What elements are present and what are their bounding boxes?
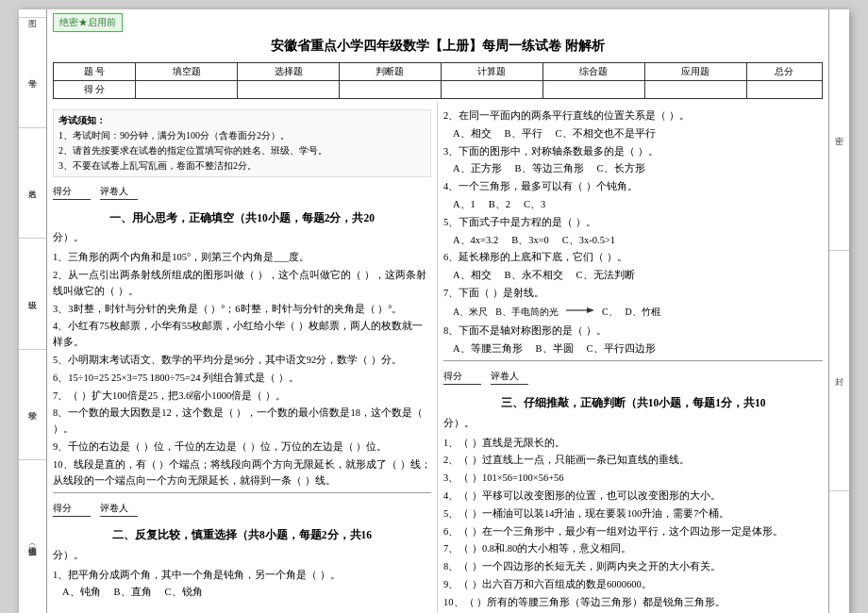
rq-3: 3、下面的图形中，对称轴条数最多的是（ ）。 — [443, 144, 823, 160]
section1-title-text: 一、用心思考，正确填空（共10小题，每题2分，共20 — [109, 212, 375, 224]
r-sidebar-feng: 封 — [829, 251, 849, 492]
section2-scorer: 得分 评卷人 — [53, 501, 138, 517]
right-column: 2、在同一平面内的两条平行直线的位置关系是（ ）。 A、相交 B、平行 C、不相… — [438, 103, 828, 613]
rq8-options: A、等腰三角形 B、半圆 C、平行四边形 — [453, 341, 823, 357]
score-row-7 — [746, 81, 822, 99]
divider-right-1 — [443, 360, 823, 361]
score-header-3: 判断题 — [340, 63, 442, 81]
section2-title: 二、反复比较，慎重选择（共8小题，每题2分，共16 — [53, 526, 431, 543]
left-sidebar: 图 学号 姓名 班级 学校 街道（乡镇） 县（市、区） — [19, 9, 47, 613]
note-2: 2、请首先按要求在试卷的指定位置填写你的姓名、班级、学号。 — [58, 143, 426, 158]
q1-10: 10、线段是直的，有（ ）个端点；将线段向两个方向无限延长，就形成了（ ）线；从… — [53, 457, 431, 489]
rq5-opt-c: C、3x-0.5>1 — [562, 233, 615, 249]
q1-8: 8、一个数的最大因数是12，这个数是（ ），一个数的最小倍数是18，这个数是（ … — [53, 406, 431, 438]
section1-reviewer-label: 评卷人 — [100, 184, 138, 200]
divider-1 — [53, 492, 431, 493]
r-sidebar-xian: 线 — [829, 491, 849, 613]
rq3-text: 3、下面的图形中，对称轴条数最多的是（ ）。 — [443, 146, 659, 157]
rq4-opt-b: B、2 — [489, 197, 510, 213]
rq4-text: 4、一个三角形，最多可以有（ ）个钝角。 — [443, 181, 638, 191]
rq4-opt-c: C、3 — [524, 197, 545, 213]
rq5-options: A、4x=3.2 B、3x=0 C、3x-0.5>1 — [453, 233, 823, 249]
rq3-10: 10、（ ）所有的等腰三角形（等边三角形）都是锐角三角形。 — [443, 595, 823, 611]
score-row-5 — [542, 81, 644, 99]
left-column: 考试须知： 1、考试时间：90分钟，满分为100分（含卷面分2分）。 2、请首先… — [47, 103, 438, 613]
rq8-opt-b: B、半圆 — [536, 341, 574, 357]
section2-score-label: 得分 — [53, 501, 91, 517]
rq3-5: 5、（ ）一桶油可以装14升油，现在要装100升油，需要7个桶。 — [443, 506, 823, 522]
score-header-1: 填空题 — [136, 63, 238, 81]
rq5-opt-b: B、3x=0 — [511, 233, 549, 249]
q1-7: 7、（ ）扩大100倍是25，把3.6缩小1000倍是（ ）。 — [53, 389, 431, 405]
rq-2: 2、在同一平面内的两条平行直线的位置关系是（ ）。 — [443, 108, 823, 124]
arrow-opt-c: C、 — [602, 305, 618, 320]
q1-5: 5、小明期末考试语文、数学的平均分是96分，其中语文92分，数学（ ）分。 — [53, 353, 431, 369]
section3-reviewer-label: 评卷人 — [491, 369, 528, 385]
rq3-opt-b: B、等边三角形 — [515, 161, 584, 177]
rq-4: 4、一个三角形，最多可以有（ ）个钝角。 — [443, 179, 823, 195]
full-content: 考试须知： 1、考试时间：90分钟，满分为100分（含卷面分2分）。 2、请首先… — [47, 103, 828, 613]
sidebar-item-class: 班级 — [19, 239, 46, 349]
score-header-5: 综合题 — [542, 63, 644, 81]
notes-title: 考试须知： — [58, 113, 426, 128]
r-sidebar-mi: 密 — [829, 9, 849, 251]
rq4-options: A、1 B、2 C、3 — [453, 197, 823, 213]
rq2-text: 2、在同一平面内的两条平行直线的位置关系是（ ）。 — [443, 110, 690, 121]
q1-4: 4、小红有75枚邮票，小华有55枚邮票，小红给小华（ ）枚邮票，两人的枚数就一样… — [53, 319, 431, 351]
rq3-6: 6、（ ）在一个三角形中，最少有一组对边平行，这个四边形一定是体形。 — [443, 524, 823, 540]
page-title: 安徽省重点小学四年级数学【上册】每周一练试卷 附解析 — [47, 38, 828, 55]
rq5-text: 5、下面式子中是方程的是（ ）。 — [443, 217, 596, 227]
arrow-opt-b: B、手电筒的光 — [495, 305, 559, 320]
rq4-opt-a: A、1 — [453, 197, 476, 213]
rq2-opt-c: C、不相交也不是平行 — [556, 126, 656, 142]
rq3-opt-a: A、正方形 — [453, 161, 502, 177]
section3-scorer: 得分 评卷人 — [443, 369, 528, 385]
rq3-8: 8、（ ）一个四边形的长短无关，则两内夹之开的大小有关。 — [443, 559, 823, 575]
note-3: 3、不要在试卷上乱写乱画，卷面不整洁扣2分。 — [58, 158, 426, 174]
rq-5: 5、下面式子中是方程的是（ ）。 — [443, 215, 823, 231]
rq7-text: 7、下面（ ）是射线。 — [443, 288, 544, 298]
rq3-7: 7、（ ）0.8和.80的大小相等，意义相同。 — [443, 541, 823, 557]
note-1: 1、考试时间：90分钟，满分为100分（含卷面分2分）。 — [58, 128, 426, 143]
content-wrapper: 绝密★启用前 安徽省重点小学四年级数学【上册】每周一练试卷 附解析 题 号 填空… — [47, 9, 828, 613]
score-row-1 — [136, 81, 238, 99]
rq3-2: 2、（ ）过直线上一点，只能画一条已知直线的垂线。 — [443, 453, 823, 469]
rq8-text: 8、下面不是轴对称图形的是（ ）。 — [443, 325, 607, 336]
q1-9: 9、千位的右边是（ ）位，千位的左边是（ ）位，万位的左边是（ ）位。 — [53, 439, 431, 456]
q2-1-opt-a: A、钝角 — [62, 585, 101, 601]
rq6-opt-a: A、相交 — [453, 268, 492, 284]
rq2-options: A、相交 B、平行 C、不相交也不是平行 — [453, 126, 823, 142]
q1-2: 2、从一点引出两条射线所组成的图形叫做（ ），这个点叫做它的（ ），这两条射线叫… — [53, 268, 431, 300]
rq3-options: A、正方形 B、等边三角形 C、长方形 — [453, 161, 823, 177]
section3-title: 三、仔细推敲，正确判断（共10小题，每题1分，共10 — [443, 394, 823, 411]
rq2-opt-a: A、相交 — [453, 126, 492, 142]
score-row-6 — [644, 81, 746, 99]
sidebar-item-icon: 图 — [19, 9, 46, 18]
section1-subtitle: 分）。 — [53, 230, 431, 246]
rq6-opt-b: B、永不相交 — [505, 268, 563, 284]
rq3-opt-c: C、长方形 — [597, 161, 645, 177]
q1-3: 3、3时整，时针与分针的夹角是（ ）°；6时整，时针与分针的夹角是（ ）°。 — [53, 302, 431, 318]
sidebar-item-name: 姓名 — [19, 128, 46, 239]
rq6-opt-c: C、无法判断 — [576, 268, 635, 284]
score-row-2 — [238, 81, 340, 99]
arrow-diagram: A、米尺 B、手电筒的光 C、 D、竹棍 — [453, 304, 823, 322]
page-container: 图 学号 姓名 班级 学校 街道（乡镇） 县（市、区） 绝密★启用前 安徽省重点… — [19, 9, 849, 613]
rq-6: 6、延长梯形的上底和下底，它们（ ）。 — [443, 250, 823, 266]
arrow-line-img — [566, 304, 594, 322]
rq-8: 8、下面不是轴对称图形的是（ ）。 — [443, 323, 823, 340]
arrow-opt-d: D、竹棍 — [626, 305, 660, 320]
rq2-opt-b: B、平行 — [505, 126, 542, 142]
arrow-opt-a: A、米尺 — [453, 305, 488, 320]
notes-box: 考试须知： 1、考试时间：90分钟，满分为100分（含卷面分2分）。 2、请首先… — [53, 109, 431, 177]
section1-title: 一、用心思考，正确填空（共10小题，每题2分，共20 — [53, 209, 431, 226]
section1-scorer: 得分 评卷人 — [53, 184, 138, 200]
score-table: 题 号 填空题 选择题 判断题 计算题 综合题 应用题 总分 得 分 — [53, 62, 823, 99]
score-header-6: 应用题 — [644, 63, 746, 81]
rq8-opt-c: C、平行四边形 — [587, 341, 656, 357]
section2-reviewer-label: 评卷人 — [100, 501, 138, 517]
q2-1-options: A、钝角 B、直角 C、锐角 — [62, 585, 431, 601]
rq3-1: 1、（ ）直线是无限长的。 — [443, 436, 823, 452]
rq3-4: 4、（ ）平移可以改变图形的位置，也可以改变图形的大小。 — [443, 489, 823, 505]
score-row-4 — [441, 81, 542, 99]
